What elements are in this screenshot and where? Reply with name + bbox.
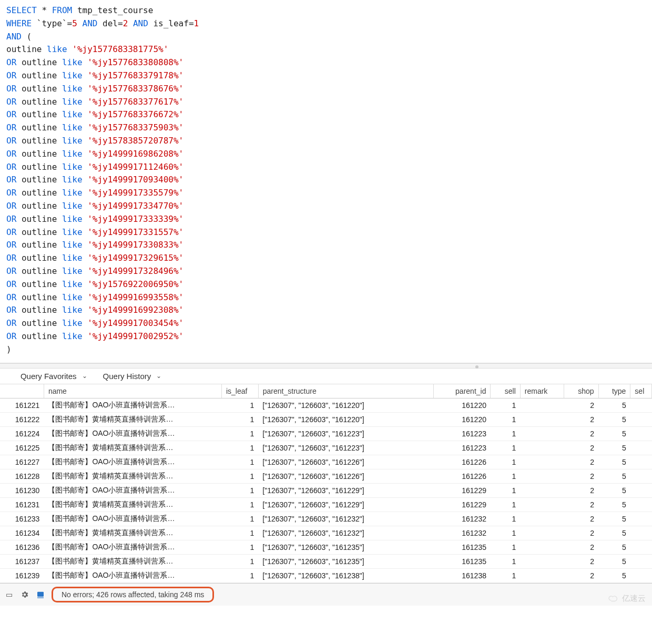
cell-sell: 1 [491, 497, 520, 512]
cell-remark [520, 441, 564, 455]
table-row[interactable]: 161231【图书邮寄】黄埔精英直播特训营系…1["126307", "1266… [0, 497, 652, 512]
col-header-id[interactable] [0, 384, 44, 398]
pane-divider[interactable] [0, 363, 652, 369]
cell-shop: 2 [564, 512, 598, 526]
cell-parent-structure: ["126307", "126603", "161226"] [258, 469, 434, 483]
cell-is-leaf: 1 [221, 469, 258, 483]
col-header-remark[interactable]: remark [520, 384, 564, 398]
cell-is-leaf: 1 [221, 512, 258, 526]
cell-id: 161236 [0, 540, 44, 554]
table-row[interactable]: 161230【图书邮寄】OAO小班直播特训营系…1["126307", "126… [0, 483, 652, 497]
status-text: No errors; 426 rows affected, taking 248… [62, 590, 204, 599]
kw-where: WHERE [6, 18, 32, 28]
cell-type: 5 [598, 540, 630, 554]
kw-select: SELECT [6, 5, 37, 15]
cell-parent-structure: ["126307", "126603", "161232"] [258, 512, 434, 526]
col-header-name[interactable]: name [44, 384, 221, 398]
cell-parent-id: 161235 [434, 554, 491, 568]
cell-sel [630, 483, 652, 497]
table-row[interactable]: 161239【图书邮寄】OAO小班直播特训营系…1["126307", "126… [0, 568, 652, 582]
cell-parent-id: 161232 [434, 512, 491, 526]
table-row[interactable]: 161234【图书邮寄】黄埔精英直播特训营系…1["126307", "1266… [0, 526, 652, 540]
table-row[interactable]: 161233【图书邮寄】OAO小班直播特训营系…1["126307", "126… [0, 512, 652, 526]
cell-parent-structure: ["126307", "126603", "161229"] [258, 497, 434, 512]
cell-is-leaf: 1 [221, 483, 258, 497]
cell-parent-id: 161235 [434, 540, 491, 554]
cell-shop: 2 [564, 554, 598, 568]
table-row[interactable]: 161224【图书邮寄】OAO小班直播特训营系…1["126307", "126… [0, 426, 652, 441]
cell-name: 【图书邮寄】黄埔精英直播特训营系… [44, 526, 221, 540]
query-favorites-button[interactable]: Query Favorites ⌄ [21, 372, 87, 381]
cell-type: 5 [598, 441, 630, 455]
cell-is-leaf: 1 [221, 426, 258, 441]
table-row[interactable]: 161236【图书邮寄】OAO小班直播特训营系…1["126307", "126… [0, 540, 652, 554]
cell-shop: 2 [564, 455, 598, 469]
table-row[interactable]: 161237【图书邮寄】黄埔精英直播特训营系…1["126307", "1266… [0, 554, 652, 568]
col-header-sell[interactable]: sell [491, 384, 520, 398]
gear-icon[interactable] [20, 590, 29, 599]
cell-sel [630, 568, 652, 582]
sql-editor[interactable]: SELECT * FROM tmp_test_course WHERE `typ… [0, 0, 652, 363]
cell-sell: 1 [491, 426, 520, 441]
console-icon[interactable] [36, 590, 45, 599]
cell-parent-id: 161226 [434, 469, 491, 483]
cell-parent-structure: ["126307", "126603", "161238"] [258, 568, 434, 582]
cell-remark [520, 568, 564, 582]
cell-parent-structure: ["126307", "126603", "161232"] [258, 526, 434, 540]
cell-shop: 2 [564, 412, 598, 426]
kw-or: OR [6, 266, 16, 276]
cell-id: 161234 [0, 526, 44, 540]
chevron-down-icon: ⌄ [82, 372, 87, 380]
cell-name: 【图书邮寄】OAO小班直播特训营系… [44, 483, 221, 497]
query-history-button[interactable]: Query History ⌄ [103, 372, 162, 381]
panel-toggle-icon[interactable]: ▭ [4, 590, 14, 599]
cell-parent-id: 161229 [434, 483, 491, 497]
cell-name: 【图书邮寄】OAO小班直播特训营系… [44, 455, 221, 469]
kw-and: AND [6, 32, 22, 42]
kw-or: OR [6, 188, 16, 198]
table-row[interactable]: 161227【图书邮寄】OAO小班直播特训营系…1["126307", "126… [0, 455, 652, 469]
kw-or: OR [6, 292, 16, 302]
col-header-sel[interactable]: sel [630, 384, 652, 398]
cell-shop: 2 [564, 441, 598, 455]
cell-is-leaf: 1 [221, 441, 258, 455]
col-header-is-leaf[interactable]: is_leaf [221, 384, 258, 398]
cell-name: 【图书邮寄】黄埔精英直播特训营系… [44, 554, 221, 568]
col-header-parent-id[interactable]: parent_id [434, 384, 491, 398]
cell-sel [630, 412, 652, 426]
cell-sell: 1 [491, 469, 520, 483]
cell-sell: 1 [491, 483, 520, 497]
cell-sell: 1 [491, 568, 520, 582]
col-header-parent-structure[interactable]: parent_structure [258, 384, 434, 398]
table-row[interactable]: 161225【图书邮寄】黄埔精英直播特训营系…1["126307", "1266… [0, 441, 652, 455]
cell-remark [520, 540, 564, 554]
cell-parent-id: 161223 [434, 426, 491, 441]
cell-shop: 2 [564, 526, 598, 540]
kw-or: OR [6, 214, 16, 224]
svg-rect-1 [37, 597, 44, 598]
table-row[interactable]: 161228【图书邮寄】黄埔精英直播特训营系…1["126307", "1266… [0, 469, 652, 483]
cell-sell: 1 [491, 412, 520, 426]
cell-parent-structure: ["126307", "126603", "161220"] [258, 412, 434, 426]
cell-sell: 1 [491, 398, 520, 412]
cell-parent-id: 161229 [434, 497, 491, 512]
cell-parent-id: 161223 [434, 441, 491, 455]
cell-sel [630, 455, 652, 469]
status-message: No errors; 426 rows affected, taking 248… [52, 587, 214, 602]
chevron-down-icon: ⌄ [156, 372, 161, 380]
col-header-shop[interactable]: shop [564, 384, 598, 398]
cell-type: 5 [598, 568, 630, 582]
table-row[interactable]: 161222【图书邮寄】黄埔精英直播特训营系…1["126307", "1266… [0, 412, 652, 426]
cell-name: 【图书邮寄】黄埔精英直播特训营系… [44, 441, 221, 455]
col-header-type[interactable]: type [598, 384, 630, 398]
cell-id: 161239 [0, 568, 44, 582]
query-toolbar: ▼ Query Favorites ⌄ Query History ⌄ [0, 369, 652, 384]
cell-shop: 2 [564, 497, 598, 512]
cell-name: 【图书邮寄】黄埔精英直播特训营系… [44, 412, 221, 426]
cell-remark [520, 526, 564, 540]
table-row[interactable]: 161221【图书邮寄】OAO小班直播特训营系…1["126307", "126… [0, 398, 652, 412]
kw-or: OR [6, 97, 16, 107]
cell-name: 【图书邮寄】OAO小班直播特训营系… [44, 512, 221, 526]
results-grid[interactable]: name is_leaf parent_structure parent_id … [0, 384, 652, 583]
cell-sell: 1 [491, 526, 520, 540]
